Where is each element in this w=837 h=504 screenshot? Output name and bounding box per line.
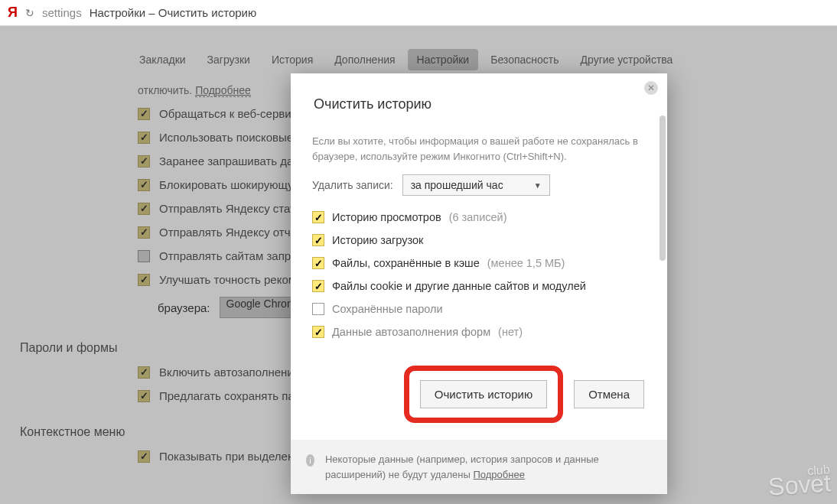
scrollbar-thumb[interactable] xyxy=(660,115,666,261)
dialog-actions: Очистить историю Отмена xyxy=(291,349,667,440)
chevron-down-icon: ▼ xyxy=(534,181,542,190)
option-hint: (менее 1,5 МБ) xyxy=(487,257,565,269)
checkbox-icon[interactable] xyxy=(312,280,324,292)
incognito-note: Если вы хотите, чтобы информация о вашей… xyxy=(312,134,646,164)
dialog-footer: i Некоторые данные (например, история за… xyxy=(291,440,667,494)
clear-history-button[interactable]: Очистить историю xyxy=(420,380,547,408)
delete-label: Удалить записи: xyxy=(312,179,393,191)
url-protocol: settings xyxy=(42,6,82,19)
cancel-button[interactable]: Отмена xyxy=(574,380,644,408)
clear-options: Историю просмотров (6 записей) Историю з… xyxy=(312,211,646,338)
clear-option-passwords[interactable]: Сохранённые пароли xyxy=(312,303,646,315)
option-label: Файлы cookie и другие данные сайтов и мо… xyxy=(332,280,586,292)
option-label: Данные автозаполнения форм xyxy=(332,326,490,338)
checkbox-icon[interactable] xyxy=(312,326,324,338)
clear-option-browsing[interactable]: Историю просмотров (6 записей) xyxy=(312,211,646,223)
footer-more-link[interactable]: Подробнее xyxy=(474,469,525,480)
clear-option-downloads[interactable]: Историю загрузок xyxy=(312,234,646,246)
clear-option-cache[interactable]: Файлы, сохранённые в кэше (менее 1,5 МБ) xyxy=(312,257,646,269)
dialog-header: Очистить историю ✕ xyxy=(291,73,667,112)
option-hint: (6 записей) xyxy=(449,211,507,223)
period-select[interactable]: за прошедший час ▼ xyxy=(402,174,550,196)
checkbox-icon[interactable] xyxy=(312,303,324,315)
info-icon: i xyxy=(306,454,314,467)
clear-history-dialog: Очистить историю ✕ Если вы хотите, чтобы… xyxy=(291,73,667,494)
highlight-annotation: Очистить историю xyxy=(404,366,563,423)
checkbox-icon[interactable] xyxy=(312,211,324,223)
option-hint: (нет) xyxy=(498,326,523,338)
clear-option-autofill[interactable]: Данные автозаполнения форм (нет) xyxy=(312,326,646,338)
reload-icon[interactable]: ↻ xyxy=(25,7,34,19)
footer-text: Некоторые данные (например, история запр… xyxy=(325,454,599,480)
clear-option-cookies[interactable]: Файлы cookie и другие данные сайтов и мо… xyxy=(312,280,646,292)
checkbox-icon[interactable] xyxy=(312,234,324,246)
checkbox-icon[interactable] xyxy=(312,257,324,269)
scrollbar[interactable] xyxy=(660,112,666,349)
option-label: Историю просмотров xyxy=(332,211,441,223)
option-label: Файлы, сохранённые в кэше xyxy=(332,257,480,269)
option-label: Историю загрузок xyxy=(332,234,423,246)
period-value: за прошедший час xyxy=(411,179,503,191)
option-label: Сохранённые пароли xyxy=(332,303,443,315)
dialog-body: Если вы хотите, чтобы информация о вашей… xyxy=(291,112,667,349)
page-title: Настройки – Очистить историю xyxy=(90,6,257,19)
address-bar: Я ↻ settings Настройки – Очистить истори… xyxy=(0,0,837,26)
close-icon[interactable]: ✕ xyxy=(644,81,658,95)
yandex-logo: Я xyxy=(8,5,18,21)
dialog-title: Очистить историю xyxy=(314,96,644,112)
delete-period-row: Удалить записи: за прошедший час ▼ xyxy=(312,174,646,196)
